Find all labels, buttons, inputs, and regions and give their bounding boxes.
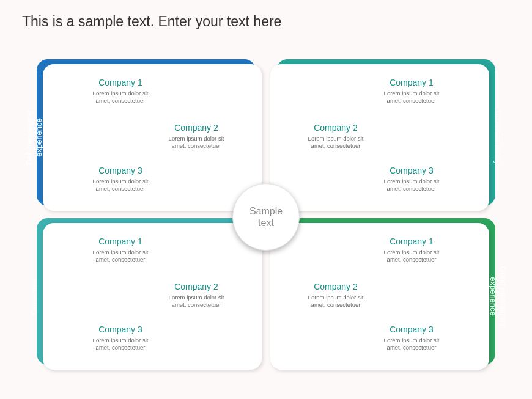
- quadrant-business-ready: Business ready Company 1 Lorem ipsum dol…: [270, 64, 489, 211]
- company-item: Company 1 Lorem ipsum dolor sit amet, co…: [75, 78, 166, 104]
- company-desc: Lorem ipsum dolor sit amet, consectetuer: [75, 249, 166, 263]
- company-name: Company 1: [75, 78, 166, 87]
- company-item: Company 3 Lorem ipsum dolor sit amet, co…: [366, 166, 457, 192]
- company-item: Company 3 Lorem ipsum dolor sit amet, co…: [75, 166, 166, 192]
- company-name: Company 2: [290, 123, 382, 133]
- company-desc: Lorem ipsum dolor sit amet, consectetuer: [150, 294, 242, 309]
- quadrant-good-messaging: Good messaging experience Company 1 Lore…: [270, 223, 489, 370]
- quadrant-label-tl: Bad messaging experience: [24, 76, 45, 199]
- company-desc: Lorem ipsum dolor sit amet, consectetuer: [366, 249, 457, 263]
- company-desc: Lorem ipsum dolor sit amet, consectetuer: [366, 337, 457, 351]
- company-name: Company 2: [290, 282, 382, 291]
- company-item: Company 2 Lorem ipsum dolor sit amet, co…: [150, 123, 242, 150]
- company-list-br: Company 1 Lorem ipsum dolor sit amet, co…: [284, 234, 476, 359]
- company-name: Company 1: [366, 236, 457, 246]
- company-item: Company 1 Lorem ipsum dolor sit amet, co…: [366, 236, 457, 263]
- company-desc: Lorem ipsum dolor sit amet, consectetuer: [75, 178, 166, 192]
- company-name: Company 2: [150, 282, 242, 291]
- company-list-tl: Company 1 Lorem ipsum dolor sit amet, co…: [56, 75, 248, 200]
- company-item: Company 3 Lorem ipsum dolor sit amet, co…: [75, 324, 166, 351]
- company-list-tr: Company 1 Lorem ipsum dolor sit amet, co…: [284, 75, 476, 200]
- card-tl: Company 1 Lorem ipsum dolor sit amet, co…: [43, 64, 262, 211]
- company-item: Company 1 Lorem ipsum dolor sit amet, co…: [366, 78, 457, 104]
- company-item: Company 1 Lorem ipsum dolor sit amet, co…: [75, 236, 166, 263]
- quadrant-grid: Bad messaging experience Company 1 Lorem…: [43, 64, 489, 370]
- company-item: Company 2 Lorem ipsum dolor sit amet, co…: [290, 282, 382, 309]
- page-title: This is a sample text. Enter your text h…: [22, 13, 281, 30]
- quadrant-label-br: Good messaging experience: [488, 235, 508, 357]
- company-list-bl: Company 1 Lorem ipsum dolor sit amet, co…: [56, 234, 248, 359]
- company-name: Company 2: [150, 123, 242, 133]
- company-desc: Lorem ipsum dolor sit amet, consectetuer: [366, 90, 457, 104]
- company-name: Company 3: [75, 324, 166, 334]
- company-name: Company 3: [366, 324, 457, 334]
- company-desc: Lorem ipsum dolor sit amet, consectetuer: [290, 135, 382, 150]
- quadrant-label-bl: Consumer: [29, 235, 39, 357]
- card-bl: Company 1 Lorem ipsum dolor sit amet, co…: [43, 223, 262, 370]
- center-circle: Sample text: [232, 183, 300, 251]
- company-name: Company 3: [75, 166, 166, 175]
- company-name: Company 1: [366, 78, 457, 87]
- company-desc: Lorem ipsum dolor sit amet, consectetuer: [75, 337, 166, 351]
- quadrant-label-tr: Business ready: [493, 76, 503, 199]
- company-item: Company 2 Lorem ipsum dolor sit amet, co…: [150, 282, 242, 309]
- company-desc: Lorem ipsum dolor sit amet, consectetuer: [366, 178, 457, 192]
- quadrant-consumer: Consumer Company 1 Lorem ipsum dolor sit…: [43, 223, 262, 370]
- quadrant-bad-messaging: Bad messaging experience Company 1 Lorem…: [43, 64, 262, 211]
- company-desc: Lorem ipsum dolor sit amet, consectetuer: [150, 135, 242, 150]
- company-name: Company 1: [75, 236, 166, 246]
- company-item: Company 3 Lorem ipsum dolor sit amet, co…: [366, 324, 457, 351]
- company-name: Company 3: [366, 166, 457, 175]
- company-desc: Lorem ipsum dolor sit amet, consectetuer: [290, 294, 382, 309]
- card-br: Company 1 Lorem ipsum dolor sit amet, co…: [270, 223, 489, 370]
- company-item: Company 2 Lorem ipsum dolor sit amet, co…: [290, 123, 382, 150]
- card-tr: Company 1 Lorem ipsum dolor sit amet, co…: [270, 64, 489, 211]
- company-desc: Lorem ipsum dolor sit amet, consectetuer: [75, 90, 166, 104]
